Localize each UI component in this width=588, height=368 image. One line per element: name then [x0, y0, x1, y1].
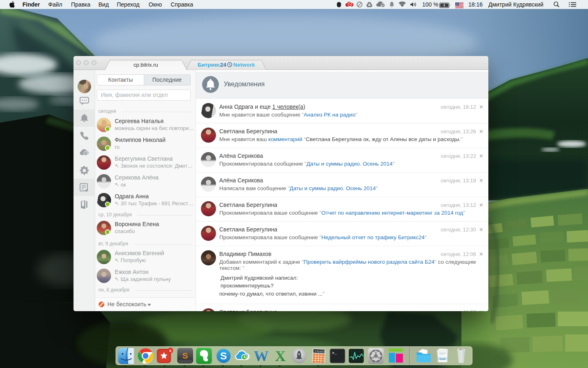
svg-text:S: S [182, 351, 188, 360]
svg-text:W: W [254, 348, 269, 364]
svg-text:XLSX: XLSX [439, 358, 445, 360]
svg-text:6: 6 [169, 348, 172, 353]
svg-text:X: X [275, 348, 286, 364]
svg-text:S: S [220, 350, 227, 361]
svg-text:cp.bitrix.ru: cp.bitrix.ru [134, 62, 158, 68]
svg-text:>_: >_ [332, 351, 337, 355]
